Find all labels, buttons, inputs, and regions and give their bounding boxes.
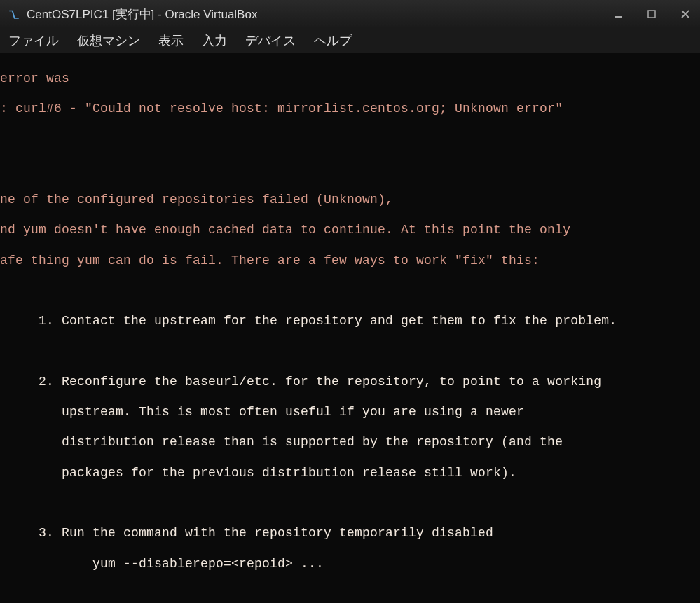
menu-machine[interactable]: 仮想マシン: [73, 29, 144, 52]
term-line: 3. Run the command with the repository t…: [0, 526, 700, 541]
maximize-button[interactable]: [645, 8, 658, 20]
menu-input[interactable]: 入力: [198, 29, 231, 52]
window-title: CentOS7LPIC1 [実行中] - Oracle VirtualBox: [27, 6, 257, 22]
term-line: yum --disablerepo=<repoid> ...: [0, 557, 700, 572]
window-controls: [612, 8, 692, 20]
virtualbox-icon: [7, 7, 21, 21]
term-line: distribution release than is supported b…: [0, 435, 700, 450]
menu-help[interactable]: ヘルプ: [310, 29, 356, 52]
minimize-button[interactable]: [612, 8, 624, 20]
close-button[interactable]: [679, 8, 692, 20]
term-line: upstream. This is most often useful if y…: [0, 405, 700, 420]
term-blank: [0, 284, 700, 299]
menubar: ファイル 仮想マシン 表示 入力 デバイス ヘルプ: [0, 28, 700, 53]
term-blank: [0, 345, 700, 360]
svg-rect-1: [648, 11, 655, 18]
menu-devices[interactable]: デバイス: [241, 29, 300, 52]
term-blank: [0, 132, 700, 147]
term-line: : curl#6 - "Could not resolve host: mirr…: [0, 102, 700, 117]
menu-file[interactable]: ファイル: [4, 29, 63, 52]
term-line: 1. Contact the upstream for the reposito…: [0, 314, 700, 329]
term-blank: [0, 496, 700, 511]
term-blank: [0, 587, 700, 602]
term-line: afe thing yum can do is fail. There are …: [0, 254, 700, 269]
window-titlebar: CentOS7LPIC1 [実行中] - Oracle VirtualBox: [0, 0, 700, 28]
term-line: error was: [0, 71, 700, 87]
menu-view[interactable]: 表示: [154, 29, 188, 52]
svg-rect-0: [615, 16, 622, 18]
term-line: ne of the configured repositories failed…: [0, 193, 700, 208]
term-line: nd yum doesn't have enough cached data t…: [0, 223, 700, 238]
terminal-output[interactable]: error was : curl#6 - "Could not resolve …: [0, 53, 700, 603]
term-line: packages for the previous distribution r…: [0, 466, 700, 481]
term-blank: [0, 162, 700, 178]
term-line: 2. Reconfigure the baseurl/etc. for the …: [0, 375, 700, 390]
